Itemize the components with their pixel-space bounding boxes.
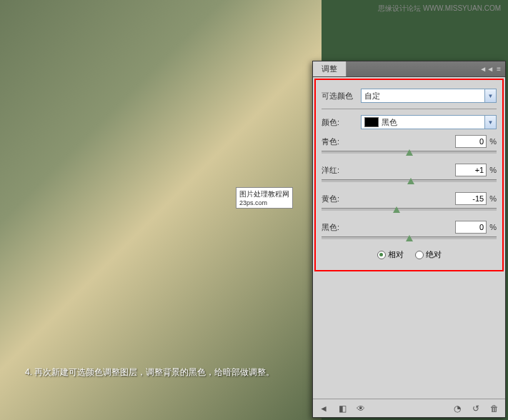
visibility-icon[interactable]: 👁 [354,402,367,415]
slider-row: 黄色: % [322,192,497,211]
method-radio-group: 相对 绝对 [322,249,497,260]
slider-track[interactable] [322,151,497,154]
menu-icon: ≡ [497,65,501,73]
watermark-url: WWW.MISSYUAN.COM [423,4,501,12]
radio-absolute-label: 绝对 [426,249,442,260]
radio-circle [415,251,424,259]
adjustments-panel: 调整 ◄◄ ≡ 可选颜色 自定 ▼ 颜色: 黑色 ▼ [312,61,506,418]
reset-icon[interactable]: ↺ [469,402,482,415]
chevron-down-icon: ▼ [484,89,496,102]
color-swatch-black [364,117,379,127]
layers-icon[interactable]: ◧ [336,402,349,415]
back-icon[interactable]: ◄ [317,402,330,415]
slider-thumb[interactable] [407,178,414,184]
overlay-subtext: 23ps.com [239,199,289,206]
radio-dot [379,253,383,256]
preset-label: 可选颜色 [322,91,361,101]
slider-label: 黑色: [322,222,455,233]
radio-absolute[interactable]: 绝对 [415,249,442,260]
trash-icon[interactable]: 🗑 [488,402,501,415]
percent-label: % [489,166,497,174]
slider-label: 青色: [322,136,455,147]
radio-relative[interactable]: 相对 [377,249,404,260]
watermark: 思缘设计论坛 WWW.MISSYUAN.COM [378,4,501,14]
percent-label: % [489,223,497,231]
slider-label: 黄色: [322,194,455,204]
clip-icon[interactable]: ◔ [451,402,464,415]
slider-track[interactable] [322,179,497,182]
highlighted-controls: 可选颜色 自定 ▼ 颜色: 黑色 ▼ 青色: % [314,79,504,271]
preset-row: 可选颜色 自定 ▼ [322,89,497,103]
panel-tab-bar: 调整 ◄◄ ≡ [313,61,505,77]
preset-dropdown[interactable]: 自定 ▼ [361,89,497,103]
panel-menu-button[interactable]: ◄◄ ≡ [475,65,505,73]
color-value: 黑色 [382,117,397,128]
slider-value-input[interactable] [455,164,487,176]
slider-value-input[interactable] [455,221,487,234]
slider-row: 黑色: % [322,221,497,239]
radio-relative-label: 相对 [388,249,404,260]
radio-circle [377,251,386,259]
percent-label: % [489,194,497,203]
percent-label: % [489,137,497,146]
slider-label: 洋红: [322,165,455,176]
slider-row: 青色: % [322,135,497,154]
slider-value-input[interactable] [455,192,487,205]
slider-row: 洋红: % [322,164,497,182]
step-caption: 4. 再次新建可选颜色调整图层，调整背景的黑色，给暗部做调整。 [25,366,274,379]
chevron-down-icon: ▼ [484,116,496,129]
color-dropdown[interactable]: 黑色 ▼ [361,115,497,129]
slider-thumb[interactable] [393,206,400,213]
slider-thumb[interactable] [406,149,413,156]
panel-footer: ◄ ◧ 👁 ◔ ↺ 🗑 [313,399,505,417]
divider [322,109,497,109]
color-label: 颜色: [322,117,361,128]
preset-value: 自定 [364,91,380,101]
collapse-icon: ◄◄ [479,65,494,73]
slider-value-input[interactable] [455,135,487,148]
overlay-text: 图片处理教程网 [239,189,289,199]
color-row: 颜色: 黑色 ▼ [322,115,497,129]
center-overlay: 图片处理教程网 23ps.com [236,187,293,209]
slider-track[interactable] [322,236,497,239]
watermark-site: 思缘设计论坛 [378,4,421,12]
background-photo [0,0,322,420]
tab-adjustments[interactable]: 调整 [313,61,347,76]
slider-thumb[interactable] [406,235,413,241]
slider-track[interactable] [322,208,497,211]
panel-body: 可选颜色 自定 ▼ 颜色: 黑色 ▼ 青色: % [313,79,505,271]
